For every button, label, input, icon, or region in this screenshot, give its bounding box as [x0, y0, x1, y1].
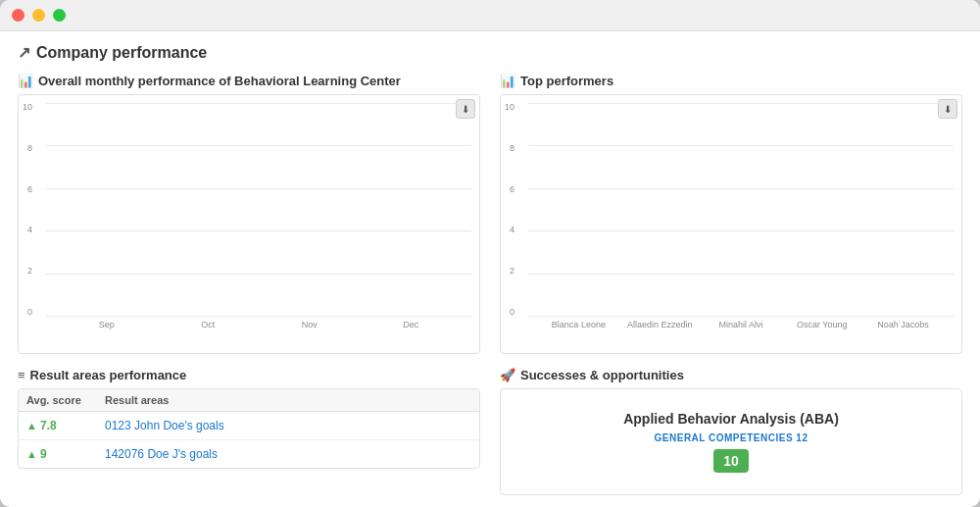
x-axis-label: Dec [376, 320, 445, 330]
result-areas-panel: ≡ Result areas performance Avg. score Re… [18, 368, 480, 495]
score-cell: ▲7.8 [26, 419, 105, 432]
top-charts-row: 📊 Overall monthly performance of Behavio… [18, 74, 962, 354]
grid-line [46, 103, 471, 104]
y-axis-label: 2 [23, 267, 32, 276]
score-arrow-icon: ▲ [26, 420, 37, 431]
table-row: ▲7.80123 John Doe's goals [19, 412, 479, 440]
x-axis-label: Oscar Young [788, 320, 857, 330]
successes-icon: 🚀 [500, 368, 515, 382]
left-bar-chart: 0246810 SepOctNovDec [46, 103, 471, 330]
grid-line [528, 274, 954, 275]
page-content: ↗ Company performance 📊 Overall monthly … [0, 31, 980, 507]
score-arrow-icon: ▲ [26, 448, 37, 460]
y-axis-label: 8 [23, 144, 32, 153]
y-axis-label: 2 [505, 267, 514, 276]
area-link[interactable]: 142076 Doe J's goals [105, 447, 471, 461]
right-chart-area: 0246810 [528, 103, 954, 317]
maximize-button[interactable] [53, 9, 66, 22]
right-bar-chart: 0246810 Blanca LeoneAllaedin EzzedinMina… [528, 103, 954, 330]
grid-line [46, 145, 471, 146]
y-axis-label: 8 [505, 144, 514, 153]
result-areas-title: ≡ Result areas performance [18, 368, 480, 382]
score-badge: 10 [713, 449, 749, 473]
successes-panel: 🚀 Successes & opportunities Applied Beha… [500, 368, 962, 495]
score-value: 7.8 [40, 419, 57, 432]
right-grid-lines [528, 103, 954, 317]
left-chart-panel: 📊 Overall monthly performance of Behavio… [18, 74, 480, 354]
y-axis-label: 6 [505, 185, 514, 194]
x-axis-label: Blanca Leone [544, 320, 612, 330]
x-axis-label: Minahil Alvi [707, 320, 775, 330]
score-cell: ▲9 [26, 447, 105, 461]
col-score-header: Avg. score [26, 394, 105, 406]
result-areas-table: Avg. score Result areas ▲7.80123 John Do… [18, 388, 480, 469]
x-axis-label: Noah Jacobs [869, 320, 938, 330]
result-rows: ▲7.80123 John Doe's goals▲9142076 Doe J'… [19, 412, 479, 468]
successes-title: 🚀 Successes & opportunities [500, 368, 962, 382]
grid-line [528, 230, 954, 231]
grid-line [46, 230, 471, 231]
x-axis-label: Oct [173, 320, 242, 330]
close-button[interactable] [12, 9, 24, 22]
y-axis-label: 6 [23, 185, 32, 194]
left-x-labels: SepOctNovDec [46, 317, 471, 330]
grid-line [46, 274, 471, 275]
y-axis-label: 4 [505, 226, 514, 234]
area-link[interactable]: 0123 John Doe's goals [105, 419, 471, 432]
score-value: 9 [40, 447, 47, 461]
left-chart-area: 0246810 [46, 103, 471, 317]
right-y-axis: 0246810 [505, 103, 514, 317]
page-title: ↗ Company performance [18, 43, 962, 62]
y-axis-label: 4 [23, 226, 32, 234]
right-x-labels: Blanca LeoneAllaedin EzzedinMinahil Alvi… [528, 317, 954, 330]
left-chart-container: ⬇ 0246810 SepOctNovDec [18, 94, 480, 354]
main-window: ↗ Company performance 📊 Overall monthly … [0, 0, 980, 507]
grid-line [528, 103, 954, 104]
result-areas-icon: ≡ [18, 368, 25, 382]
x-axis-label: Sep [73, 320, 141, 330]
result-table-header: Avg. score Result areas [19, 389, 479, 412]
performance-icon: ↗ [18, 43, 30, 62]
y-axis-label: 10 [505, 103, 514, 112]
x-axis-label: Nov [275, 320, 344, 330]
right-chart-title: 📊 Top performers [500, 74, 962, 88]
left-y-axis: 0246810 [23, 103, 32, 317]
grid-line [528, 188, 954, 189]
y-axis-label: 0 [23, 308, 32, 317]
competencies-label: GENERAL COMPETENCIES 12 [655, 432, 808, 443]
right-chart-icon: 📊 [500, 74, 515, 88]
y-axis-label: 10 [23, 103, 32, 112]
col-area-header: Result areas [105, 394, 471, 406]
left-chart-icon: 📊 [18, 74, 33, 88]
grid-line [528, 316, 954, 317]
bottom-row: ≡ Result areas performance Avg. score Re… [18, 368, 962, 495]
left-chart-title: 📊 Overall monthly performance of Behavio… [18, 74, 480, 88]
left-grid-lines [46, 103, 471, 317]
minimize-button[interactable] [32, 9, 45, 22]
grid-line [46, 188, 471, 189]
y-axis-label: 0 [505, 308, 514, 317]
x-axis-label: Allaedin Ezzedin [625, 320, 694, 330]
grid-line [528, 145, 954, 146]
right-chart-container: ⬇ 0246810 Blanca LeoneAllaedin EzzedinMi… [500, 94, 962, 354]
table-row: ▲9142076 Doe J's goals [19, 440, 479, 468]
grid-line [46, 316, 471, 317]
successes-content: Applied Behavior Analysis (ABA) GENERAL … [500, 388, 962, 495]
right-chart-panel: 📊 Top performers ⬇ 0246810 Blanca LeoneA… [500, 74, 962, 354]
successes-name: Applied Behavior Analysis (ABA) [623, 411, 839, 427]
titlebar [0, 0, 980, 31]
